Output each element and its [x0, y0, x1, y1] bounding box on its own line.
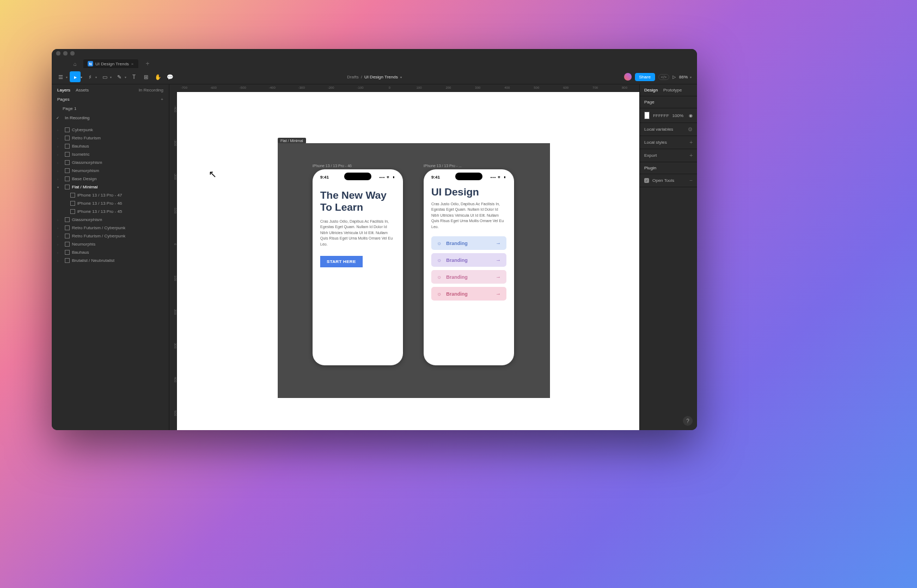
tab-title: UI Design Trends [95, 62, 129, 66]
body-copy: Cras Justo Odio, Dapibus Ac Facilisis In… [431, 201, 506, 230]
help-button[interactable]: ? [683, 416, 693, 426]
layer-row[interactable]: Isometric [52, 150, 169, 158]
category-card[interactable]: ☼Branding→ [431, 253, 506, 267]
traffic-light-max[interactable] [70, 51, 75, 56]
arrow-right-icon: → [496, 274, 501, 280]
canvas[interactable]: -700-600-500-400-300-200-100010020030040… [169, 84, 639, 430]
lightbulb-icon: ☼ [437, 240, 442, 246]
phone-mockup-2[interactable]: 9:41 ••• ᯤ ▮ UI Design Cras Justo Odio, … [424, 169, 514, 365]
left-panel-tabs: Layers Assets In Recording [52, 84, 169, 95]
frame-flat-minimal[interactable]: iPhone 13 / 13 Pro - 46 9:41 ••• ᯤ ▮ The… [278, 143, 550, 398]
breadcrumb-parent[interactable]: Drafts [347, 75, 358, 79]
share-button[interactable]: Share [635, 73, 655, 81]
local-styles-row[interactable]: Local styles + [640, 136, 697, 149]
resources-tool[interactable]: ⊞ [140, 71, 151, 82]
zoom-level[interactable]: 86% [679, 75, 688, 79]
layer-row[interactable]: Neumorphis [52, 240, 169, 248]
layer-row[interactable]: Retro Futurism / Cyberpunk [52, 224, 169, 232]
cta-button[interactable]: START HERE [320, 256, 363, 267]
plus-icon[interactable]: + [689, 139, 693, 145]
category-card[interactable]: ☼Branding→ [431, 236, 506, 250]
frame-icon [70, 193, 75, 198]
text-tool[interactable]: T [129, 71, 139, 82]
layer-row[interactable]: Base Design [52, 175, 169, 183]
frame-tool[interactable]: ♯ [84, 71, 95, 82]
dev-mode-toggle[interactable]: </> [658, 74, 669, 80]
breadcrumb[interactable]: Drafts / UI Design Trends ▾ [347, 75, 401, 79]
left-panel: Layers Assets In Recording Pages + Page … [52, 84, 169, 430]
traffic-light-close[interactable] [56, 51, 60, 56]
hand-tool[interactable]: ✋ [152, 71, 163, 82]
arrow-right-icon: → [496, 257, 501, 263]
avatar[interactable] [624, 73, 632, 81]
breadcrumb-current[interactable]: UI Design Trends [364, 75, 398, 79]
frame-icon [65, 217, 70, 222]
layer-row[interactable]: Bauhaus [52, 248, 169, 256]
tab-assets[interactable]: Assets [76, 88, 89, 93]
viewport[interactable]: Flat / Minimal iPhone 13 / 13 Pro - 46 9… [177, 92, 639, 430]
page-row[interactable]: In Recording [52, 113, 169, 122]
layer-row[interactable]: Glassmorphism [52, 158, 169, 167]
layer-row[interactable]: Brutalist / Neubrutalist [52, 256, 169, 265]
color-swatch[interactable] [644, 112, 650, 119]
layer-row[interactable]: iPhone 13 / 13 Pro - 46 [52, 199, 169, 207]
frame-icon [65, 258, 70, 263]
new-tab-button[interactable]: + [143, 60, 153, 68]
signal-wifi-battery-icon: ••• ᯤ ▮ [380, 175, 395, 179]
frame-icon [65, 152, 70, 157]
plus-icon[interactable]: + [689, 152, 693, 158]
layer-row[interactable]: Glassmorphism [52, 216, 169, 224]
move-tool[interactable]: ▸ [70, 71, 81, 82]
page-fill-row[interactable]: FFFFFF 100% ◉ [640, 108, 697, 123]
file-tab[interactable]: N UI Design Trends × [83, 59, 138, 68]
traffic-light-min[interactable] [63, 51, 68, 56]
frame-icon [65, 160, 70, 165]
pages-header[interactable]: Pages + [52, 95, 169, 104]
tab-prototype[interactable]: Prototype [663, 88, 682, 93]
export-row[interactable]: Export + [640, 149, 697, 162]
frame-icon [65, 234, 70, 238]
phone-mockup-1[interactable]: 9:41 ••• ᯤ ▮ The New Way To Learn Cras J… [313, 169, 403, 365]
chevron-down-icon[interactable]: ▾ [400, 75, 402, 79]
layer-row[interactable]: Neumorphism [52, 167, 169, 175]
shape-tool[interactable]: ▭ [99, 71, 110, 82]
add-page-icon[interactable]: + [161, 97, 163, 102]
arrow-right-icon: → [496, 240, 501, 246]
frame-icon [65, 136, 70, 140]
eye-icon[interactable]: ◉ [689, 113, 693, 118]
frame-icon [65, 144, 70, 149]
local-variables-row[interactable]: Local variables ⚙ [640, 123, 697, 136]
frame-label[interactable]: iPhone 13 / 13 Pro - 46 [313, 164, 352, 168]
page-row[interactable]: Page 1 [52, 104, 169, 113]
tab-design[interactable]: Design [644, 88, 658, 93]
present-icon[interactable]: ▷ [673, 75, 676, 79]
layer-row[interactable]: iPhone 13 / 13 Pro - 47 [52, 191, 169, 199]
ruler-vertical: -400-300-200-1000100200300400500 [169, 92, 177, 430]
recording-indicator: In Recording [139, 88, 163, 93]
category-card[interactable]: ☼Branding→ [431, 270, 506, 284]
settings-icon[interactable]: ⚙ [688, 126, 693, 132]
comment-tool[interactable]: 💬 [164, 71, 175, 82]
layer-row[interactable]: iPhone 13 / 13 Pro - 45 [52, 207, 169, 216]
arrow-right-icon: → [496, 291, 501, 297]
minus-icon[interactable]: − [689, 177, 693, 183]
layer-row[interactable]: Cyberpunk [52, 126, 169, 134]
close-icon[interactable]: × [131, 62, 134, 66]
plugin-header: Plugin [640, 162, 697, 174]
pen-tool[interactable]: ✎ [114, 71, 125, 82]
checkbox-icon[interactable]: ✓ [644, 178, 649, 183]
layer-row[interactable]: Bauhaus [52, 142, 169, 150]
tab-layers[interactable]: Layers [57, 88, 70, 93]
category-card[interactable]: ☼Branding→ [431, 287, 506, 301]
menu-icon[interactable]: ☰ [55, 71, 66, 82]
layer-row[interactable]: Retro Futurism / Cyberpunk [52, 232, 169, 240]
frame-icon [70, 209, 75, 214]
frame-icon [65, 168, 70, 173]
titlebar [52, 49, 697, 58]
home-icon[interactable]: ⌂ [74, 61, 77, 67]
plugin-row[interactable]: ✓ Open Tools − [640, 174, 697, 187]
layer-row[interactable]: Retro Futurism [52, 134, 169, 142]
layer-row[interactable]: Flat / Minimal [52, 183, 169, 191]
frame-label[interactable]: iPhone 13 / 13 Pro - ... [424, 164, 462, 168]
toolbar: ☰▾ ▸▾ ♯▾ ▭▾ ✎▾ T ⊞ ✋ 💬 Drafts / UI Desig… [52, 70, 697, 84]
